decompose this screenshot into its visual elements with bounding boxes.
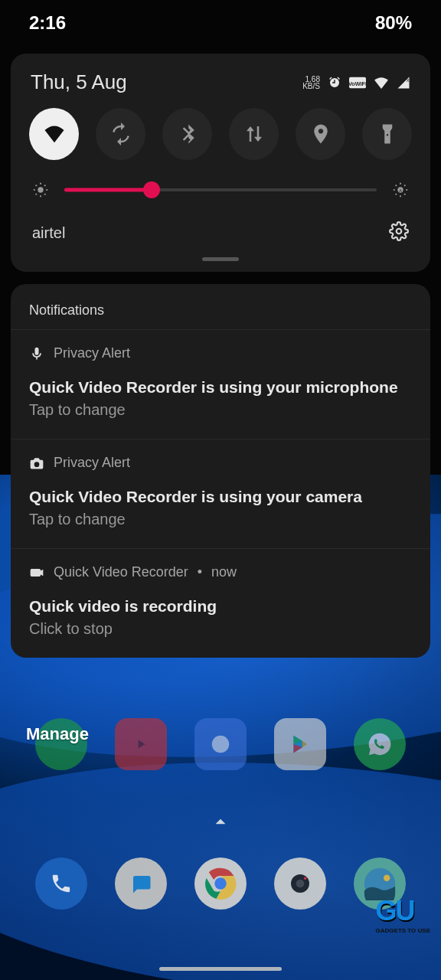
wifi-icon <box>43 122 66 145</box>
alarm-icon <box>328 76 341 90</box>
netspeed-unit: KB/S <box>302 83 320 90</box>
notification-title: Quick video is recording <box>29 597 412 616</box>
notification-subtitle: Tap to change <box>29 511 412 528</box>
svg-point-22 <box>397 229 402 234</box>
svg-text:A: A <box>399 188 402 193</box>
slider-thumb[interactable] <box>143 181 160 198</box>
cell-signal-icon: x <box>397 77 410 89</box>
notification-item[interactable]: Privacy Alert Quick Video Recorder is us… <box>11 330 430 439</box>
qs-tile-location[interactable] <box>296 108 345 160</box>
brightness-auto-icon: A <box>392 181 409 198</box>
svg-point-34 <box>304 877 306 880</box>
settings-button[interactable] <box>389 221 409 245</box>
notification-app: Quick Video Recorder <box>54 564 188 580</box>
flashlight-icon <box>376 122 399 145</box>
watermark-brand: GU <box>376 895 414 926</box>
brightness-low-icon <box>32 181 49 198</box>
notification-subtitle: Tap to change <box>29 401 412 419</box>
svg-line-19 <box>404 194 405 194</box>
notification-app: Privacy Alert <box>54 455 130 471</box>
camera-icon <box>29 456 44 471</box>
chrome-icon <box>204 867 237 900</box>
dock-messages[interactable] <box>115 858 167 910</box>
video-icon <box>29 565 44 580</box>
bluetooth-icon <box>176 122 199 145</box>
svg-line-9 <box>44 194 45 194</box>
phone-icon <box>50 872 73 895</box>
status-bar: 2:16 80% <box>0 0 441 46</box>
data-arrows-icon <box>243 122 266 145</box>
notification-time-sep: • <box>198 564 202 580</box>
svg-text:VoWiFi: VoWiFi <box>349 80 366 87</box>
notification-time: now <box>211 564 237 580</box>
manage-button[interactable]: Manage <box>26 724 87 744</box>
brightness-slider[interactable] <box>64 184 377 196</box>
qs-tile-bluetooth[interactable] <box>162 108 212 160</box>
svg-line-10 <box>36 194 37 194</box>
notification-item[interactable]: Privacy Alert Quick Video Recorder is us… <box>11 439 430 549</box>
vowifi-icon: VoWiFi <box>349 77 366 89</box>
messages-icon <box>129 872 152 895</box>
qs-tile-wifi[interactable] <box>29 108 79 160</box>
svg-line-8 <box>36 185 37 186</box>
notifications-header: Notifications <box>11 284 430 330</box>
svg-point-33 <box>296 880 305 888</box>
watermark: GU GADGETS TO USE <box>376 895 430 934</box>
qs-tiles <box>11 108 430 181</box>
svg-point-3 <box>38 187 43 192</box>
dock-camera[interactable] <box>274 858 326 910</box>
microphone-icon <box>29 346 44 361</box>
status-time: 2:16 <box>29 12 66 34</box>
carrier-label: airtel <box>32 224 65 242</box>
watermark-tagline: GADGETS TO USE <box>376 927 430 934</box>
notification-title: Quick Video Recorder is using your micro… <box>29 378 412 397</box>
dock-chrome[interactable] <box>194 858 247 910</box>
qs-date: Thu, 5 Aug <box>31 70 127 94</box>
notification-title: Quick Video Recorder is using your camer… <box>29 488 412 506</box>
notification-item[interactable]: Quick Video Recorder • now Quick video i… <box>11 549 430 658</box>
qs-tile-flashlight[interactable] <box>362 108 412 160</box>
svg-line-21 <box>404 185 405 186</box>
camera-lens-icon <box>288 871 312 896</box>
dock-phone[interactable] <box>35 858 87 910</box>
notification-app: Privacy Alert <box>54 345 130 361</box>
qs-status-icons: 1.68 KB/S VoWiFi x <box>302 76 410 90</box>
wifi-signal-icon <box>374 77 389 89</box>
svg-line-18 <box>396 185 397 186</box>
gear-icon <box>389 221 409 241</box>
home-indicator[interactable] <box>159 967 282 971</box>
quick-settings-panel[interactable]: Thu, 5 Aug 1.68 KB/S VoWiFi x <box>11 54 430 272</box>
panel-drag-handle[interactable] <box>202 257 239 261</box>
location-icon <box>309 122 332 145</box>
brightness-row: A <box>11 181 430 221</box>
qs-tile-rotate[interactable] <box>96 108 145 160</box>
slider-fill <box>64 188 152 192</box>
qs-tile-mobile-data[interactable] <box>229 108 279 160</box>
svg-line-11 <box>44 185 45 186</box>
svg-point-36 <box>384 874 390 880</box>
notification-subtitle: Click to stop <box>29 620 412 638</box>
auto-rotate-icon <box>109 122 132 145</box>
chevron-up-icon <box>211 812 230 831</box>
status-battery: 80% <box>375 12 412 34</box>
svg-line-20 <box>396 194 397 194</box>
svg-text:x: x <box>407 77 410 83</box>
notifications-panel: Notifications Privacy Alert Quick Video … <box>11 284 430 658</box>
app-drawer-handle[interactable] <box>211 812 230 835</box>
